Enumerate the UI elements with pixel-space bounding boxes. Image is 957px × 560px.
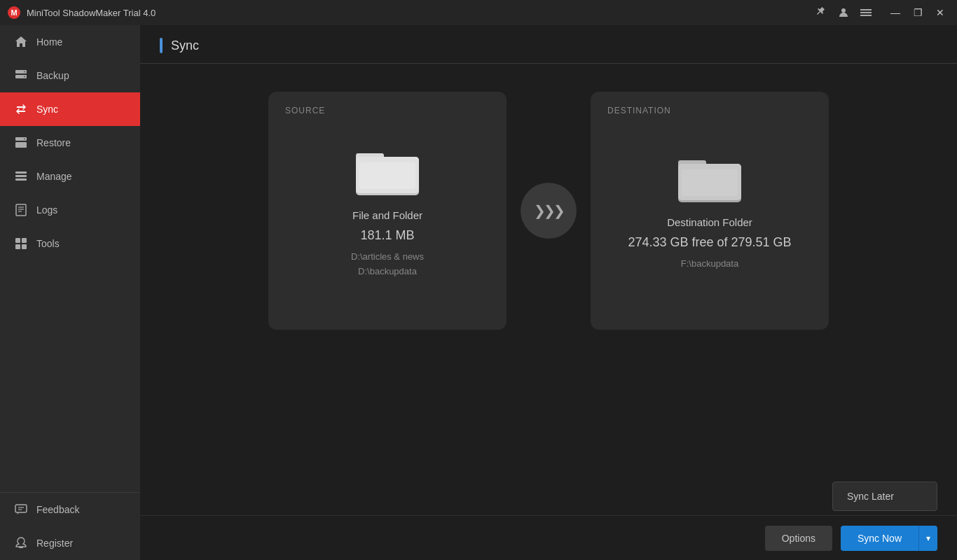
pin-button[interactable] bbox=[813, 4, 829, 21]
source-path-2: D:\backupdata bbox=[351, 265, 424, 279]
svg-rect-27 bbox=[19, 547, 23, 548]
close-button[interactable]: ✕ bbox=[930, 3, 950, 22]
svg-point-12 bbox=[24, 139, 25, 140]
menu-button[interactable] bbox=[858, 4, 874, 21]
logs-label: Logs bbox=[36, 204, 57, 216]
source-card[interactable]: SOURCE File and Folder 181.1 MB D:\artic… bbox=[268, 92, 507, 330]
svg-rect-4 bbox=[860, 12, 872, 13]
sync-later-item[interactable]: Sync Later bbox=[833, 482, 937, 510]
app-body: Home Backup Sync bbox=[0, 25, 957, 560]
svg-point-2 bbox=[841, 8, 846, 13]
destination-folder-icon bbox=[678, 150, 741, 202]
window-controls: — ❐ ✕ bbox=[886, 3, 950, 22]
tools-label: Tools bbox=[36, 238, 60, 249]
source-paths: D:\articles & news D:\backupdata bbox=[351, 250, 424, 279]
destination-card[interactable]: DESTINATION Destination Folder 274.33 GB… bbox=[591, 92, 829, 330]
svg-rect-20 bbox=[15, 238, 20, 243]
page-title: Sync bbox=[171, 38, 199, 53]
svg-rect-5 bbox=[860, 15, 872, 16]
svg-point-8 bbox=[24, 71, 25, 73]
home-label: Home bbox=[36, 36, 62, 48]
chevron-down-icon: ▾ bbox=[926, 533, 930, 543]
svg-rect-22 bbox=[15, 244, 20, 249]
restore-label: Restore bbox=[36, 137, 71, 148]
sync-now-button[interactable]: Sync Now bbox=[841, 526, 918, 551]
sync-cards-row: SOURCE File and Folder 181.1 MB D:\artic… bbox=[182, 92, 915, 330]
logs-icon bbox=[14, 203, 28, 217]
sync-icon bbox=[14, 102, 28, 116]
sidebar-item-tools[interactable]: Tools bbox=[0, 227, 140, 260]
sync-now-group: Sync Now ▾ bbox=[841, 526, 937, 551]
svg-text:M: M bbox=[11, 8, 17, 17]
sidebar-item-sync[interactable]: Sync bbox=[0, 92, 140, 126]
svg-rect-21 bbox=[22, 238, 27, 243]
app-logo: M bbox=[7, 6, 21, 20]
svg-rect-15 bbox=[15, 178, 27, 181]
destination-free: 274.33 GB free of 279.51 GB bbox=[628, 235, 791, 250]
sidebar-item-backup[interactable]: Backup bbox=[0, 59, 140, 92]
destination-path-value: F:\backupdata bbox=[681, 257, 738, 272]
source-type: File and Folder bbox=[352, 209, 422, 221]
destination-label: DESTINATION bbox=[607, 106, 671, 115]
page-title-accent bbox=[160, 38, 163, 53]
source-path-1: D:\articles & news bbox=[351, 250, 424, 265]
page-header: Sync bbox=[140, 25, 957, 64]
source-size: 181.1 MB bbox=[360, 228, 414, 243]
svg-rect-14 bbox=[15, 175, 27, 177]
sidebar-item-logs[interactable]: Logs bbox=[0, 193, 140, 227]
minimize-button[interactable]: — bbox=[886, 3, 905, 22]
sync-direction-arrow: ❯❯❯ bbox=[521, 183, 577, 239]
svg-rect-35 bbox=[682, 169, 738, 196]
manage-label: Manage bbox=[36, 171, 72, 182]
sync-later-popup: Sync Later bbox=[832, 482, 937, 511]
sidebar-item-home[interactable]: Home bbox=[0, 25, 140, 59]
content-area: Sync SOURCE File and Folder bbox=[140, 25, 957, 560]
source-folder-icon bbox=[356, 143, 419, 195]
backup-icon bbox=[14, 69, 28, 83]
footer-bar: Sync Later Options Sync Now ▾ bbox=[140, 515, 957, 560]
sidebar: Home Backup Sync bbox=[0, 25, 140, 560]
svg-rect-24 bbox=[15, 505, 27, 512]
home-icon bbox=[14, 35, 28, 49]
svg-rect-16 bbox=[16, 204, 26, 216]
sidebar-bottom: Feedback Register bbox=[0, 492, 140, 560]
sync-label: Sync bbox=[36, 104, 58, 115]
sync-now-dropdown-button[interactable]: ▾ bbox=[918, 526, 937, 551]
sidebar-item-register[interactable]: Register bbox=[0, 526, 140, 560]
svg-rect-31 bbox=[359, 162, 415, 189]
svg-point-9 bbox=[24, 76, 25, 78]
app-title: MiniTool ShadowMaker Trial 4.0 bbox=[27, 8, 813, 18]
destination-path: F:\backupdata bbox=[681, 257, 738, 272]
sidebar-item-feedback[interactable]: Feedback bbox=[0, 493, 140, 526]
register-label: Register bbox=[36, 538, 73, 549]
titlebar-utility-icons bbox=[813, 4, 874, 21]
manage-icon bbox=[14, 169, 28, 183]
backup-label: Backup bbox=[36, 70, 69, 81]
options-button[interactable]: Options bbox=[765, 526, 832, 551]
sync-area: SOURCE File and Folder 181.1 MB D:\artic… bbox=[140, 64, 957, 515]
titlebar: M MiniTool ShadowMaker Trial 4.0 — ❐ ✕ bbox=[0, 0, 957, 25]
tools-icon bbox=[14, 237, 28, 251]
restore-button[interactable]: ❐ bbox=[908, 3, 928, 22]
source-label: SOURCE bbox=[285, 106, 325, 115]
restore-icon bbox=[14, 136, 28, 150]
sidebar-item-manage[interactable]: Manage bbox=[0, 160, 140, 193]
destination-type: Destination Folder bbox=[667, 216, 752, 228]
svg-rect-3 bbox=[860, 9, 872, 10]
register-icon bbox=[14, 536, 28, 550]
sidebar-item-restore[interactable]: Restore bbox=[0, 126, 140, 160]
svg-rect-23 bbox=[22, 244, 27, 249]
feedback-icon bbox=[14, 503, 28, 517]
feedback-label: Feedback bbox=[36, 504, 79, 515]
account-button[interactable] bbox=[835, 4, 852, 21]
svg-rect-13 bbox=[15, 172, 27, 174]
svg-rect-11 bbox=[15, 142, 27, 148]
